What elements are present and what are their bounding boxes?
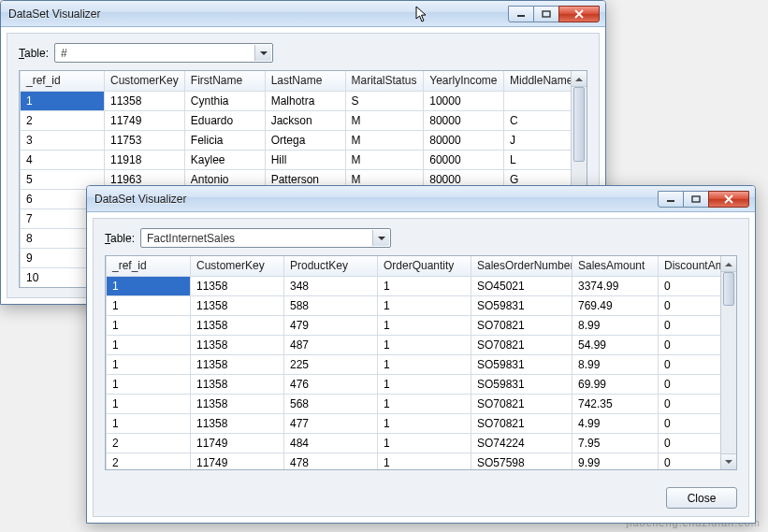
table-cell[interactable]: 478	[284, 453, 378, 469]
table-cell[interactable]: 2	[107, 453, 191, 469]
table-cell[interactable]: 588	[284, 295, 378, 315]
table-cell[interactable]: 1	[107, 354, 191, 374]
table-cell[interactable]: 8.99	[572, 354, 659, 374]
table-row[interactable]: 2117494781SO575989.990	[107, 453, 737, 469]
table-cell[interactable]: 11358	[191, 315, 284, 335]
table-cell[interactable]: 479	[284, 315, 378, 335]
table-cell[interactable]: 1	[378, 354, 471, 374]
table-cell[interactable]: SO74224	[471, 433, 572, 453]
table-cell[interactable]: 2	[21, 110, 105, 130]
close-button[interactable]	[558, 6, 600, 22]
scroll-up-icon[interactable]	[721, 256, 736, 272]
table-cell[interactable]: 11753	[105, 130, 185, 150]
column-header[interactable]: MaritalStatus	[345, 71, 424, 91]
scroll-thumb[interactable]	[723, 272, 734, 306]
table-cell[interactable]: 1	[21, 91, 105, 110]
table-row[interactable]: 1113584761SO5983169.990	[107, 374, 737, 394]
table-cell[interactable]: 769.49	[572, 295, 659, 315]
table-row[interactable]: 211749EduardoJacksonM80000C	[21, 110, 587, 130]
table-cell[interactable]: SO59831	[471, 374, 572, 394]
table-cell[interactable]: S	[345, 91, 424, 110]
table-cell[interactable]: 1	[107, 295, 191, 315]
table-cell[interactable]: 11358	[191, 354, 284, 374]
column-header[interactable]: FirstName	[184, 71, 265, 91]
table-cell[interactable]: 477	[284, 413, 378, 433]
table-cell[interactable]: 348	[284, 276, 378, 295]
table-row[interactable]: 1113585881SO59831769.490	[107, 295, 737, 315]
table-cell[interactable]: SO45021	[471, 276, 572, 295]
table-row[interactable]: 1113584771SO708214.990	[107, 413, 737, 433]
table-cell[interactable]: 484	[284, 433, 378, 453]
table-cell[interactable]: 8.99	[572, 315, 659, 335]
table-cell[interactable]: 11749	[191, 453, 284, 469]
table-cell[interactable]: 1	[378, 295, 471, 315]
table-cell[interactable]: 476	[284, 374, 378, 394]
titlebar[interactable]: DataSet Visualizer	[1, 1, 605, 27]
table-cell[interactable]: Jackson	[265, 110, 345, 130]
column-header[interactable]: LastName	[265, 71, 345, 91]
table-cell[interactable]: 69.99	[572, 374, 659, 394]
column-header[interactable]: CustomerKey	[191, 256, 284, 276]
table-cell[interactable]: 11358	[191, 276, 284, 295]
column-header[interactable]: OrderQuantity	[378, 256, 471, 276]
column-header[interactable]: _ref_id	[21, 71, 105, 91]
table-cell[interactable]: SO59831	[471, 295, 572, 315]
titlebar[interactable]: DataSet Visualizer	[87, 186, 755, 212]
table-cell[interactable]: 1	[378, 394, 471, 413]
table-row[interactable]: 2117494841SO742247.950	[107, 433, 737, 453]
table-cell[interactable]: Hill	[265, 150, 345, 169]
table-cell[interactable]: SO70821	[471, 335, 572, 354]
table-cell[interactable]: 11749	[191, 433, 284, 453]
column-header[interactable]: CustomerKey	[105, 71, 185, 91]
table-cell[interactable]: 1	[107, 413, 191, 433]
column-header[interactable]: _ref_id	[107, 256, 191, 276]
table-row[interactable]: 1113582251SO598318.990	[107, 354, 737, 374]
table-cell[interactable]: 11358	[191, 335, 284, 354]
table-cell[interactable]: 2	[107, 433, 191, 453]
table-cell[interactable]: 11918	[105, 150, 185, 169]
table-cell[interactable]: Eduardo	[184, 110, 265, 130]
table-cell[interactable]: 1	[378, 453, 471, 469]
table-cell[interactable]: 1	[107, 276, 191, 295]
table-cell[interactable]: 742.35	[572, 394, 659, 413]
table-cell[interactable]: 225	[284, 354, 378, 374]
scroll-up-icon[interactable]	[572, 71, 587, 87]
scroll-down-icon[interactable]	[721, 453, 736, 469]
table-cell[interactable]: Felicia	[184, 130, 265, 150]
scroll-thumb[interactable]	[573, 87, 585, 162]
table-cell[interactable]: 4	[21, 150, 105, 169]
table-cell[interactable]: 60000	[424, 150, 504, 169]
table-row[interactable]: 1113584871SO7082154.990	[107, 335, 737, 354]
table-cell[interactable]: 1	[107, 315, 191, 335]
table-cell[interactable]: Kaylee	[184, 150, 265, 169]
table-row[interactable]: 311753FeliciaOrtegaM80000J	[21, 130, 587, 150]
table-cell[interactable]: 1	[378, 413, 471, 433]
table-cell[interactable]: 4.99	[572, 413, 659, 433]
table-cell[interactable]: Ortega	[265, 130, 345, 150]
table-cell[interactable]: 3374.99	[572, 276, 659, 295]
close-button[interactable]	[708, 191, 749, 208]
close-dialog-button[interactable]: Close	[666, 487, 737, 509]
table-row[interactable]: 1113585681SO70821742.350	[107, 394, 737, 413]
table-combo[interactable]: #	[54, 43, 273, 63]
table-cell[interactable]: 11749	[105, 110, 185, 130]
table-cell[interactable]: 11358	[191, 295, 284, 315]
table-cell[interactable]: 568	[284, 394, 378, 413]
table-cell[interactable]: 54.99	[572, 335, 659, 354]
table-cell[interactable]: M	[345, 110, 424, 130]
table-cell[interactable]: M	[345, 130, 424, 150]
column-header[interactable]: SalesAmount	[572, 256, 659, 276]
table-cell[interactable]: 11358	[105, 91, 185, 110]
table-cell[interactable]: SO70821	[471, 394, 572, 413]
table-cell[interactable]: 1	[378, 276, 471, 295]
table-cell[interactable]: 11358	[191, 413, 284, 433]
table-cell[interactable]: 80000	[424, 130, 504, 150]
data-grid[interactable]: _ref_idCustomerKeyProductKeyOrderQuantit…	[105, 255, 737, 470]
minimize-button[interactable]	[508, 6, 534, 22]
table-combo[interactable]: FactInternetSales	[140, 228, 391, 248]
column-header[interactable]: ProductKey	[284, 256, 378, 276]
table-cell[interactable]: 1	[107, 335, 191, 354]
table-cell[interactable]: 9.99	[572, 453, 659, 469]
table-cell[interactable]: SO70821	[471, 315, 572, 335]
table-cell[interactable]: 1	[378, 433, 471, 453]
